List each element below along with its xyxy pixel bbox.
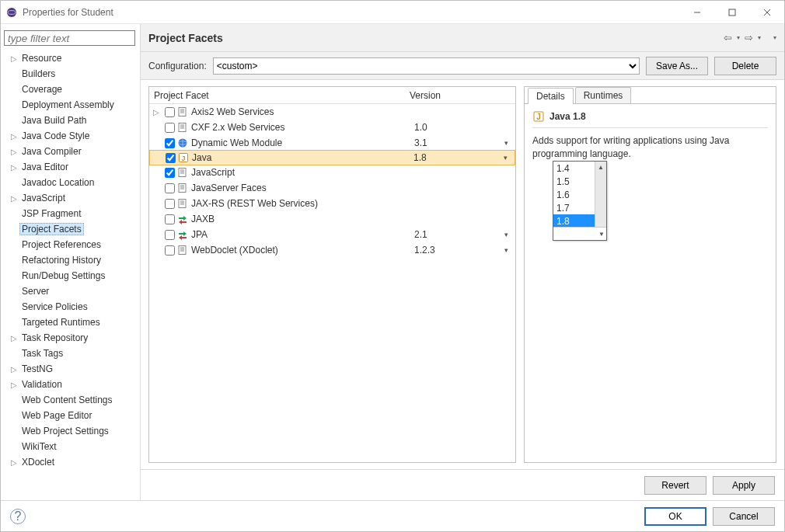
facet-checkbox[interactable] (165, 138, 175, 148)
java-version-dropdown[interactable]: 1.41.51.61.71.8 ▲ ▼ (553, 161, 607, 241)
expand-arrow-icon[interactable]: ▷ (9, 148, 19, 156)
expand-arrow-icon[interactable]: ▷ (9, 54, 19, 63)
save-as-button[interactable]: Save As... (646, 57, 708, 75)
facet-row[interactable]: ▷Axis2 Web Services (149, 104, 515, 120)
facet-checkbox[interactable] (165, 107, 175, 117)
svg-rect-3 (729, 9, 735, 16)
svg-rect-10 (179, 123, 186, 132)
sidebar-item-builders[interactable]: Builders (5, 66, 140, 82)
window-title: Properties for Student (23, 7, 679, 18)
expand-arrow-icon[interactable]: ▷ (9, 334, 19, 342)
sidebar-item-coverage[interactable]: Coverage (5, 82, 140, 97)
facet-checkbox[interactable] (165, 183, 175, 193)
forward-menu-icon[interactable]: ▾ (758, 34, 761, 41)
facet-checkbox[interactable] (165, 230, 175, 240)
facet-row[interactable]: JJava1.8▾ (149, 150, 515, 165)
scroll-down-icon[interactable]: ▼ (598, 231, 605, 238)
sidebar-item-web-project-settings[interactable]: Web Project Settings (5, 423, 140, 439)
sidebar-item-label: XDoclet (19, 457, 57, 468)
back-arrow-icon[interactable]: ⇦ (724, 32, 732, 43)
svg-rect-27 (179, 200, 186, 208)
expand-arrow-icon[interactable]: ▷ (9, 163, 19, 172)
sidebar-item-project-facets[interactable]: Project Facets (5, 221, 140, 237)
scroll-up-icon[interactable]: ▲ (595, 162, 606, 173)
sidebar-item-task-tags[interactable]: Task Tags (5, 346, 140, 361)
dropdown-scrollbar[interactable]: ▲ (595, 162, 606, 227)
sidebar-item-web-content-settings[interactable]: Web Content Settings (5, 392, 140, 408)
properties-dialog: Properties for Student ▷ResourceBuilders… (0, 0, 785, 532)
facet-checkbox[interactable] (165, 199, 175, 209)
facet-row[interactable]: JavaScript (149, 165, 515, 180)
category-tree[interactable]: ▷ResourceBuildersCoverageDeployment Asse… (1, 50, 140, 497)
sidebar-item-targeted-runtimes[interactable]: Targeted Runtimes (5, 315, 140, 330)
facet-name: Java (190, 152, 410, 163)
details-description: Adds support for writing applications us… (532, 134, 768, 161)
tab-runtimes[interactable]: Runtimes (575, 87, 632, 103)
revert-button[interactable]: Revert (644, 476, 706, 495)
help-icon[interactable]: ? (10, 509, 26, 524)
facet-checkbox[interactable] (165, 245, 175, 256)
version-dropdown-icon[interactable]: ▾ (496, 154, 515, 162)
facet-name: Dynamic Web Module (190, 137, 411, 148)
svg-rect-31 (179, 246, 186, 255)
sidebar-item-deployment-assembly[interactable]: Deployment Assembly (5, 97, 140, 113)
sidebar-item-web-page-editor[interactable]: Web Page Editor (5, 408, 140, 423)
back-menu-icon[interactable]: ▾ (737, 34, 740, 41)
forward-arrow-icon[interactable]: ⇨ (745, 32, 753, 43)
apply-button[interactable]: Apply (713, 476, 775, 495)
cancel-button[interactable]: Cancel (713, 507, 775, 526)
facet-row[interactable]: JavaServer Faces (149, 180, 515, 196)
version-dropdown-icon[interactable]: ▾ (497, 139, 515, 147)
sidebar-item-xdoclet[interactable]: ▷XDoclet (5, 454, 140, 470)
facet-checkbox[interactable] (166, 153, 176, 163)
tab-details[interactable]: Details (528, 88, 574, 104)
sidebar-item-validation[interactable]: ▷Validation (5, 377, 140, 392)
sidebar-item-java-code-style[interactable]: ▷Java Code Style (5, 128, 140, 144)
facet-row[interactable]: JAX-RS (REST Web Services) (149, 196, 515, 211)
col-header-version[interactable]: Version (406, 90, 515, 101)
facet-row[interactable]: Dynamic Web Module3.1▾ (149, 135, 515, 151)
expand-arrow-icon[interactable]: ▷ (9, 365, 19, 374)
sidebar-item-service-policies[interactable]: Service Policies (5, 299, 140, 315)
facet-row[interactable]: JAXB (149, 211, 515, 227)
expand-arrow-icon[interactable]: ▷ (149, 108, 163, 116)
minimize-button[interactable] (679, 1, 714, 24)
sidebar-item-javadoc-location[interactable]: Javadoc Location (5, 175, 140, 190)
sidebar-item-project-references[interactable]: Project References (5, 237, 140, 252)
sidebar-item-resource[interactable]: ▷Resource (5, 50, 140, 66)
sidebar-item-run-debug-settings[interactable]: Run/Debug Settings (5, 268, 140, 283)
expand-arrow-icon[interactable]: ▷ (9, 194, 19, 203)
maximize-button[interactable] (714, 1, 749, 24)
facet-row[interactable]: WebDoclet (XDoclet)1.2.3▾ (149, 242, 515, 258)
facet-checkbox[interactable] (165, 123, 175, 133)
divider (532, 127, 768, 128)
col-header-facet[interactable]: Project Facet (149, 90, 406, 101)
globe-icon (176, 137, 190, 148)
version-dropdown-icon[interactable]: ▾ (497, 246, 515, 254)
sidebar-item-java-build-path[interactable]: Java Build Path (5, 113, 140, 128)
expand-arrow-icon[interactable]: ▷ (9, 132, 19, 141)
sidebar-item-javascript[interactable]: ▷JavaScript (5, 190, 140, 206)
view-menu-icon[interactable]: ▾ (773, 34, 776, 41)
filter-input[interactable] (4, 30, 135, 46)
facet-row[interactable]: CXF 2.x Web Services1.0 (149, 120, 515, 135)
facet-checkbox[interactable] (165, 214, 175, 224)
sidebar-item-server[interactable]: Server (5, 283, 140, 299)
facet-row[interactable]: JPA2.1▾ (149, 227, 515, 242)
sidebar-item-task-repository[interactable]: ▷Task Repository (5, 330, 140, 346)
svg-text:J: J (536, 113, 541, 121)
sidebar-item-wikitext[interactable]: WikiText (5, 439, 140, 454)
sidebar-item-java-editor[interactable]: ▷Java Editor (5, 159, 140, 175)
configuration-select[interactable]: <custom> (213, 57, 640, 75)
sidebar-item-testng[interactable]: ▷TestNG (5, 361, 140, 377)
facet-checkbox[interactable] (165, 168, 175, 178)
close-button[interactable] (749, 1, 784, 24)
delete-button[interactable]: Delete (714, 57, 776, 75)
ok-button[interactable]: OK (644, 507, 706, 526)
version-dropdown-icon[interactable]: ▾ (497, 231, 515, 238)
sidebar-item-jsp-fragment[interactable]: JSP Fragment (5, 206, 140, 221)
expand-arrow-icon[interactable]: ▷ (9, 458, 19, 467)
sidebar-item-java-compiler[interactable]: ▷Java Compiler (5, 144, 140, 159)
expand-arrow-icon[interactable]: ▷ (9, 381, 19, 389)
sidebar-item-refactoring-history[interactable]: Refactoring History (5, 252, 140, 268)
